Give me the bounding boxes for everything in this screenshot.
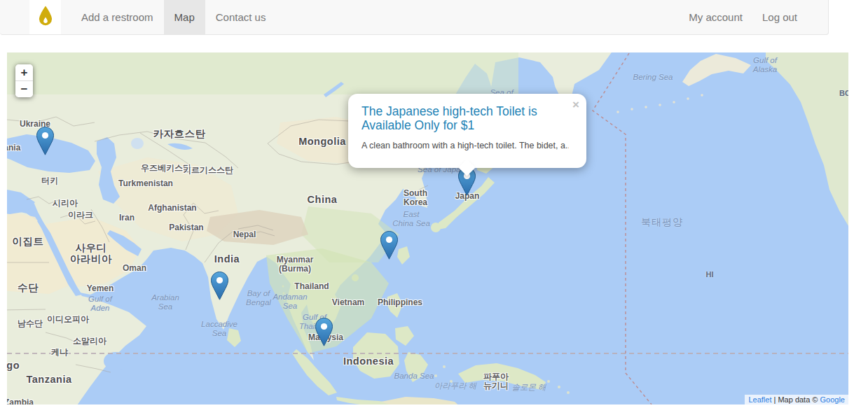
nav-item-map[interactable]: Map	[164, 0, 205, 34]
map-container[interactable]: Ukrainemania터키시리아이라크IranTurkmenistan카자흐스…	[7, 52, 848, 405]
leaflet-link[interactable]: Leaflet	[748, 395, 771, 404]
popup-title-link[interactable]: The Japanese high-tech Toilet is Availab…	[361, 104, 572, 132]
nav-item-add-a-restroom[interactable]: Add a restroom	[71, 0, 164, 34]
map-marker-pin[interactable]	[380, 231, 398, 260]
attribution-text: Map data ©	[778, 395, 820, 404]
google-link[interactable]: Google	[820, 395, 845, 404]
zoom-out-button[interactable]: −	[15, 80, 33, 97]
map-attribution: Leaflet | Map data © Google	[745, 395, 848, 405]
zoom-control: + −	[15, 64, 33, 97]
nav-item-my-account[interactable]: My account	[679, 0, 752, 34]
nav-item-contact-us[interactable]: Contact us	[205, 0, 277, 34]
marker-pin-icon	[315, 318, 333, 346]
nav-right: My account Log out	[679, 0, 807, 34]
map-marker-pin[interactable]	[36, 127, 54, 155]
marker-pin-icon	[211, 272, 228, 300]
nav-item-log-out[interactable]: Log out	[752, 0, 807, 34]
map-marker-pin[interactable]	[211, 272, 228, 300]
map-marker-pin[interactable]	[315, 318, 333, 346]
water-drop-icon	[34, 2, 57, 33]
navbar: Add a restroom Map Contact us My account…	[0, 0, 829, 35]
marker-pin-icon	[380, 231, 398, 260]
map-popup: The Japanese high-tech Toilet is Availab…	[348, 94, 586, 168]
zoom-in-button[interactable]: +	[15, 64, 33, 80]
page: Add a restroom Map Contact us My account…	[0, 0, 868, 415]
popup-close-button[interactable]: ×	[572, 98, 579, 112]
nav-left: Add a restroom Map Contact us	[61, 0, 276, 34]
marker-pin-icon	[36, 127, 54, 155]
popup-description: A clean bathroom with a high-tech toilet…	[361, 141, 569, 150]
logo[interactable]	[29, 0, 61, 34]
